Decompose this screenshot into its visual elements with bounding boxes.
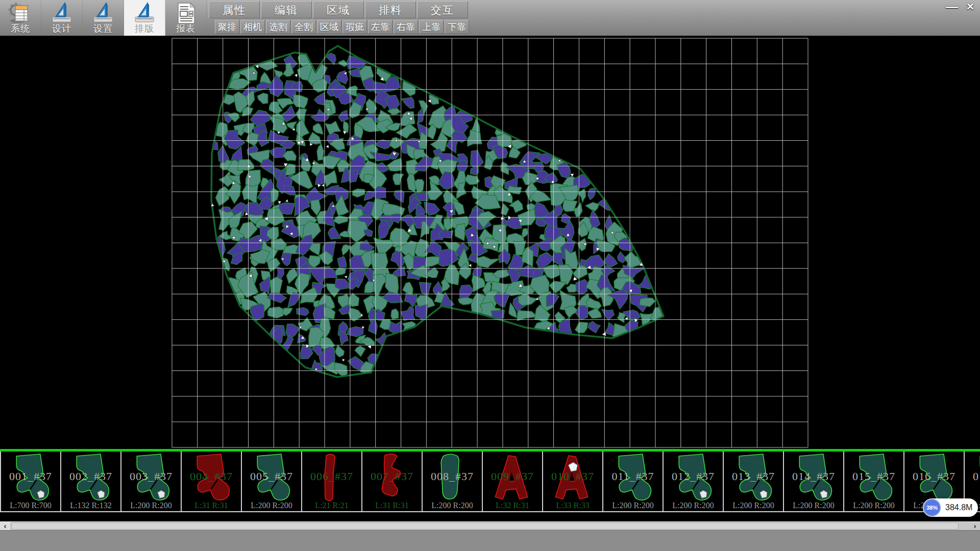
piece-lr-count-label: L:33 R:33 (543, 501, 602, 510)
menu-tab[interactable]: 排料 (365, 1, 416, 18)
piece-id-label: 002_#37 (61, 470, 120, 483)
design-triangle-icon (50, 2, 74, 25)
piece-lr-count-label: L:32 R:31 (483, 501, 542, 510)
menu-tab[interactable]: 编辑 (261, 1, 312, 18)
horizontal-scrollbar[interactable]: ‹ › (0, 521, 980, 530)
app-button-label: 设计 (41, 22, 82, 35)
film-strip-item[interactable]: 007_#37L:31 R:31 (362, 452, 423, 511)
piece-lr-count-label: L:700 R:700 (1, 501, 60, 510)
piece-id-label: 004_#37 (182, 470, 241, 483)
app-button-report[interactable]: 报表 (165, 0, 207, 36)
piece-lr-count-label: L:200 R:200 (603, 501, 663, 510)
film-strip-item[interactable]: 001_#37L:700 R:700 (0, 452, 61, 511)
piece-id-label: 014_#37 (784, 470, 843, 483)
layout-triangle-icon (132, 2, 157, 25)
menu-tab-bar: 属性编辑区域排料交互 (209, 1, 468, 19)
piece-lr-count-label: L:21 R:21 (302, 501, 361, 510)
piece-id-label: 013_#37 (724, 470, 783, 483)
app-mode-bar: 系统 设计 设置 排版 报表 (0, 0, 207, 36)
piece-lr-count-label: L:31 R:31 (182, 501, 241, 510)
report-icon (174, 2, 198, 25)
film-strip-item[interactable]: 010_#37L:33 R:33 (543, 452, 603, 511)
app-button-settings-triangle[interactable]: 设置 (83, 0, 124, 36)
scrollbar-thumb[interactable] (11, 522, 959, 530)
action-button[interactable]: 选割 (266, 20, 290, 34)
menu-tab[interactable]: 属性 (209, 1, 260, 18)
film-strip-item[interactable]: 011_#37L:200 R:200 (603, 452, 664, 511)
toolbar: 系统 设计 设置 排版 报表 属性编辑区域排料交互 聚排相机选割全割区域瑕疵左靠… (0, 0, 980, 36)
piece-id-label: 011_#37 (603, 470, 663, 483)
piece-lr-count-label: L:200 R:200 (784, 501, 843, 510)
piece-lr-count-label: L:31 R:31 (362, 501, 422, 510)
app-button-label: 设置 (83, 22, 124, 35)
action-button[interactable]: 区域 (317, 20, 341, 34)
close-button[interactable]: ✕ (963, 1, 978, 12)
piece-id-label: 005_#37 (242, 470, 301, 483)
film-strip-item[interactable]: 009_#37L:32 R:31 (483, 452, 543, 511)
app-button-label: 报表 (165, 22, 206, 35)
app-button-layout-triangle[interactable]: 排版 (124, 0, 165, 36)
memory-label: 384.8M (945, 503, 972, 512)
action-button[interactable]: 相机 (240, 20, 265, 34)
progress-circle: 38% (923, 499, 941, 516)
action-button[interactable]: 下靠 (445, 20, 469, 34)
nesting-canvas[interactable] (0, 36, 980, 449)
app-button-system-gear[interactable]: 系统 (0, 0, 41, 36)
film-strip-item[interactable]: 008_#37L:200 R:200 (423, 452, 483, 511)
piece-id-label: 006_#37 (302, 470, 361, 483)
progress-pill: 38% 384.8M (923, 498, 978, 517)
action-button[interactable]: 瑕疵 (342, 20, 367, 34)
piece-film-strip: 001_#37L:700 R:700 002_#37L:132 R:132 00… (0, 449, 980, 512)
menu-tab[interactable]: 区域 (313, 1, 364, 18)
action-button[interactable]: 聚排 (215, 20, 239, 34)
app-button-design-triangle[interactable]: 设计 (41, 0, 83, 36)
nesting-canvas-drawing[interactable] (0, 36, 980, 449)
action-button[interactable]: 上靠 (419, 20, 444, 34)
piece-id-label: 017_#37 (965, 470, 980, 483)
piece-id-label: 009_#37 (483, 470, 542, 483)
film-strip-item[interactable]: 002_#37L:132 R:132 (61, 452, 121, 511)
piece-id-label: 008_#37 (423, 470, 482, 483)
scroll-left-button[interactable]: ‹ (0, 522, 10, 530)
film-strip-item[interactable]: 012_#37L:200 R:200 (664, 452, 724, 511)
window-controls: — ✕ (944, 1, 978, 12)
action-button[interactable]: 左靠 (368, 20, 393, 34)
system-gear-icon (7, 2, 34, 25)
piece-id-label: 015_#37 (844, 470, 903, 483)
status-bar (0, 530, 980, 551)
piece-id-label: 001_#37 (1, 470, 60, 483)
film-strip-item[interactable]: 014_#37L:200 R:200 (784, 452, 844, 511)
piece-id-label: 007_#37 (362, 470, 422, 483)
menu-tab[interactable]: 交互 (417, 1, 468, 18)
action-button[interactable]: 全割 (291, 20, 316, 34)
piece-lr-count-label: L:200 R:200 (423, 501, 482, 510)
piece-id-label: 016_#37 (904, 470, 964, 483)
action-button[interactable]: 右靠 (394, 20, 418, 34)
piece-lr-count-label: L:200 R:200 (844, 501, 903, 510)
app-button-label: 排版 (124, 22, 165, 35)
piece-id-label: 010_#37 (543, 470, 602, 483)
film-strip-item[interactable]: 006_#37L:21 R:21 (302, 452, 362, 511)
scroll-right-button[interactable]: › (970, 522, 980, 530)
minimize-button[interactable]: — (944, 1, 960, 12)
film-strip-item[interactable]: 004_#37L:31 R:31 (182, 452, 242, 511)
application-window: 系统 设计 设置 排版 报表 属性编辑区域排料交互 聚排相机选割全割区域瑕疵左靠… (0, 0, 980, 551)
piece-lr-count-label: L:200 R:200 (664, 501, 723, 510)
action-button-bar: 聚排相机选割全割区域瑕疵左靠右靠上靠下靠 (215, 20, 469, 34)
film-strip-item[interactable]: 013_#37L:200 R:200 (724, 452, 784, 511)
piece-lr-count-label: L:200 R:200 (724, 501, 783, 510)
piece-id-label: 003_#37 (121, 470, 181, 483)
film-strip-item[interactable]: 015_#37L:200 R:200 (844, 452, 904, 511)
app-button-label: 系统 (0, 22, 41, 35)
film-strip-item[interactable]: 003_#37L:200 R:200 (121, 452, 182, 511)
piece-id-label: 012_#37 (664, 470, 723, 483)
piece-lr-count-label: L:200 R:200 (242, 501, 301, 510)
piece-lr-count-label: L:200 R:200 (121, 501, 181, 510)
film-strip-item[interactable]: 005_#37L:200 R:200 (242, 452, 302, 511)
settings-triangle-icon (91, 2, 115, 25)
piece-lr-count-label: L:132 R:132 (61, 501, 120, 510)
